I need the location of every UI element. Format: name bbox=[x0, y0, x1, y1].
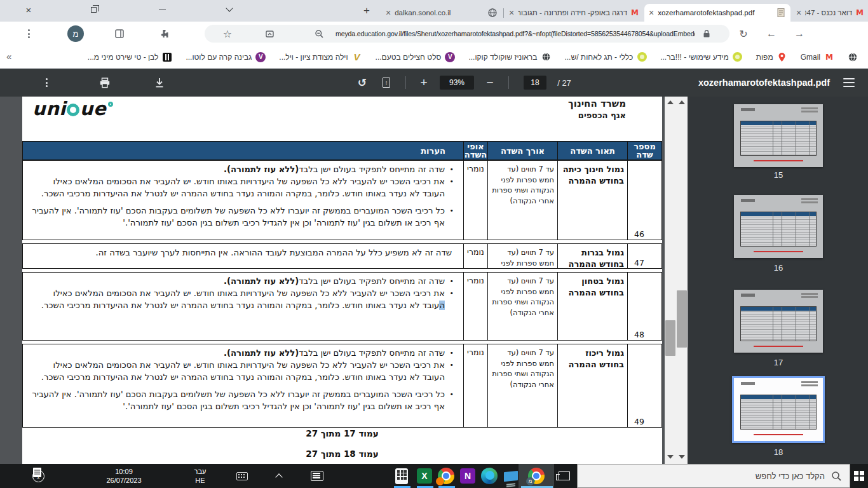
reload-button[interactable]: ↻ bbox=[736, 22, 751, 46]
bookmark-item[interactable]: Vגבינה קרה עם לוטו... bbox=[186, 52, 266, 62]
thumbnail-page-15[interactable] bbox=[734, 104, 823, 167]
bookmark-item[interactable]: Vוילה מצודת ציון - ויל... bbox=[279, 52, 362, 62]
taskbar-search-box[interactable]: הקלד כאן כדי לחפש bbox=[577, 464, 850, 488]
bookmark-label: מידע שימושי - !!!בר... bbox=[660, 53, 728, 62]
scroll-down-icon[interactable] bbox=[679, 455, 685, 459]
zoom-out-button[interactable]: − bbox=[482, 69, 498, 97]
zoom-level-field[interactable]: 93% bbox=[440, 76, 474, 90]
task-view-button[interactable] bbox=[554, 464, 574, 488]
profile-avatar[interactable]: מ bbox=[66, 22, 85, 46]
site-security-button[interactable] bbox=[700, 25, 713, 43]
rotate-button[interactable]: ↺ bbox=[355, 69, 370, 97]
pdf-more-options-button[interactable] bbox=[41, 69, 52, 97]
window-minimize-button[interactable] bbox=[147, 0, 177, 19]
forward-button[interactable]: ← bbox=[764, 22, 779, 46]
scrollbar-thumb[interactable] bbox=[677, 290, 687, 348]
url-text[interactable]: meyda.education.gov.il/files/Sherut/xoze… bbox=[336, 25, 695, 43]
field-notes: שדה זה מתייחס לתפקיד בעולם ישן בלבד(ללא … bbox=[23, 273, 463, 340]
table-row: 48 גמול בטחון בחודש ההמרה עד 7 תווים (עד… bbox=[22, 272, 662, 341]
bookmark-item[interactable]: Vסלט חצילים בטעם... bbox=[376, 52, 456, 62]
window-restore-button[interactable] bbox=[79, 0, 108, 19]
taskbar-calculator[interactable] bbox=[391, 464, 412, 488]
taskbar-chrome-active[interactable]: מ bbox=[522, 464, 550, 488]
bookmark-item[interactable]: כללי - תג לאחות /ש... bbox=[564, 52, 647, 62]
bookmark-item[interactable]: מידע שימושי - !!!בר... bbox=[660, 52, 742, 62]
side-panel-button[interactable] bbox=[112, 22, 127, 46]
tab-dalkan[interactable]: × dalkan.sonol.co.il bbox=[381, 4, 502, 22]
address-bar[interactable]: ☆ meyda.education.gov.il/files/Sherut/xo… bbox=[205, 25, 729, 43]
close-icon[interactable]: × bbox=[386, 8, 391, 17]
taskbar-edge[interactable] bbox=[479, 464, 499, 488]
note-line: כל רכיבי השכר המועברים בממשק זה יועברו ל… bbox=[29, 205, 454, 229]
scroll-down-icon[interactable] bbox=[667, 455, 674, 459]
tab-pdf-active[interactable]: × xozerhamarotofektashpad.pdf bbox=[644, 4, 790, 22]
page-number-field[interactable]: 18 bbox=[524, 76, 546, 90]
zoom-in-button[interactable]: + bbox=[416, 69, 432, 97]
fit-page-icon: ↕ bbox=[383, 78, 390, 88]
taskbar-chrome-profile2[interactable] bbox=[436, 464, 456, 488]
note-line: את רכיבי השכר יש להעביר ללא כל השפעה של … bbox=[29, 175, 454, 200]
close-icon[interactable]: × bbox=[509, 8, 514, 17]
download-button[interactable] bbox=[151, 69, 168, 97]
language-indicator[interactable]: עברHE bbox=[181, 464, 219, 488]
taskbar-onenote[interactable]: N bbox=[458, 464, 478, 488]
pdf-toolbar-divider bbox=[405, 76, 406, 89]
thumbnail-page-16[interactable] bbox=[734, 195, 823, 258]
bookmark-item[interactable]: מפות bbox=[756, 52, 787, 62]
back-button[interactable]: → bbox=[792, 22, 807, 46]
taskbar-excel[interactable]: X bbox=[414, 464, 435, 488]
start-button[interactable] bbox=[850, 464, 868, 488]
fit-page-button[interactable]: ↕ bbox=[379, 69, 394, 97]
bookmark-globe[interactable] bbox=[848, 52, 858, 62]
notification-area[interactable]: 1 bbox=[19, 464, 57, 488]
thumbnail-page-18-selected[interactable] bbox=[732, 376, 825, 443]
field-notes: שדה זה מתייחס לתפקיד בעולם ישן בלבד(ללא … bbox=[23, 161, 463, 240]
thumbnails-scrollbar[interactable] bbox=[676, 97, 688, 464]
thumbnail-label[interactable]: 16 bbox=[734, 263, 823, 273]
clock[interactable]: 10:0926/07/2023 bbox=[76, 464, 172, 488]
bookmark-star-button[interactable]: ☆ bbox=[221, 25, 234, 43]
document-scrollbar[interactable] bbox=[665, 97, 676, 464]
bookmark-item[interactable]: MGmail bbox=[801, 52, 834, 62]
news-widget-button[interactable] bbox=[308, 464, 327, 488]
send-page-button[interactable] bbox=[263, 25, 276, 43]
pdf-doc-icon bbox=[776, 8, 786, 18]
bookmark-item[interactable]: לבן - טי שירט מיני מ... bbox=[88, 52, 173, 62]
show-hidden-icons-button[interactable] bbox=[269, 464, 288, 488]
bookmark-label: סלט חצילים בטעם... bbox=[376, 53, 442, 62]
zoom-level-button[interactable] bbox=[313, 25, 325, 43]
pdf-toolbar: ↺ ↕ + 93% − 18 / 27 xozerhamarotofektash… bbox=[0, 69, 868, 97]
pdf-menu-button[interactable] bbox=[840, 69, 858, 97]
thumbnail-label[interactable]: 17 bbox=[734, 358, 823, 367]
input-indicator[interactable] bbox=[233, 464, 252, 488]
thumbnail-page-17[interactable] bbox=[734, 290, 823, 353]
tab-search-button[interactable] bbox=[215, 0, 244, 19]
close-icon[interactable]: × bbox=[649, 8, 654, 17]
logo-q-icon bbox=[67, 104, 79, 116]
scroll-up-icon[interactable] bbox=[679, 100, 685, 104]
thumbnail-label[interactable]: 18 bbox=[734, 447, 823, 457]
browser-menu-button[interactable] bbox=[23, 22, 34, 46]
bookmark-item[interactable]: בראוניז שוקולד קוקו... bbox=[468, 52, 551, 62]
window-close-button[interactable]: × bbox=[14, 0, 43, 19]
scroll-up-icon[interactable] bbox=[667, 100, 674, 104]
keyboard-icon bbox=[236, 472, 248, 480]
close-icon[interactable]: × bbox=[796, 8, 801, 17]
rotate-icon: ↺ bbox=[358, 76, 367, 90]
plus-icon: + bbox=[420, 76, 427, 90]
bookmarks-overflow-button[interactable]: « bbox=[6, 51, 11, 62]
extensions-button[interactable] bbox=[156, 22, 172, 46]
tab-gmail[interactable]: × דואר נכנס - 47@gmail.com - Gmail M bbox=[792, 4, 868, 22]
tab-forum[interactable]: × דרגה באופק- חידה ופתרונה - תגובות M bbox=[505, 4, 643, 22]
print-button[interactable] bbox=[97, 69, 113, 97]
field-desc: גמול בטחון בחודש ההמרה bbox=[557, 273, 627, 340]
pdf-filename: xozerhamarotofektashpad.pdf bbox=[698, 69, 830, 97]
new-tab-button[interactable]: + bbox=[363, 4, 370, 17]
lang-label-bottom: HE bbox=[194, 476, 207, 485]
newspaper-icon bbox=[311, 471, 323, 481]
table-row: 47 גמול בגרות בחודש ההמרה עד 7 תווים (עד… bbox=[22, 243, 662, 269]
hamburger-icon bbox=[843, 78, 855, 88]
thumbnail-label[interactable]: 15 bbox=[734, 170, 823, 180]
scrollbar-thumb[interactable] bbox=[665, 320, 675, 356]
yellow-circle-icon bbox=[733, 52, 743, 62]
